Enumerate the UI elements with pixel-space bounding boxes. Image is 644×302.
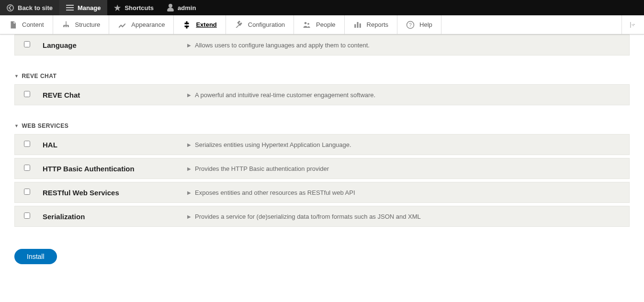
svg-point-0 xyxy=(305,22,307,24)
module-description: A powerful and intuitive real-time custo… xyxy=(195,91,375,99)
content-icon xyxy=(9,21,17,29)
module-description-toggle[interactable]: ▶ Exposes entities and other resources a… xyxy=(187,189,629,196)
menu-reports[interactable]: Reports xyxy=(345,15,398,34)
module-row: HAL ▶ Serializes entities using Hypertex… xyxy=(14,134,630,155)
module-row: HTTP Basic Authentication ▶ Provides the… xyxy=(14,158,630,179)
module-name: HTTP Basic Authentication xyxy=(39,165,187,173)
module-description-toggle[interactable]: ▶ Provides the HTTP Basic authentication… xyxy=(187,165,629,172)
menu-appearance-label: Appearance xyxy=(131,21,165,28)
admin-user-button[interactable]: admin xyxy=(160,0,203,15)
menu-structure-label: Structure xyxy=(75,21,101,28)
module-description-toggle[interactable]: ▶ Allows users to configure languages an… xyxy=(187,42,629,49)
svg-rect-7 xyxy=(630,22,631,28)
manage-button[interactable]: Manage xyxy=(59,0,107,15)
caret-right-icon: ▶ xyxy=(187,214,191,219)
module-name: Serialization xyxy=(39,213,187,221)
module-description-toggle[interactable]: ▶ Provides a service for (de)serializing… xyxy=(187,213,629,220)
svg-text:?: ? xyxy=(409,22,412,27)
module-checkbox-reve-chat[interactable] xyxy=(24,91,30,97)
module-description: Serializes entities using Hypertext Appl… xyxy=(195,141,351,148)
caret-right-icon: ▶ xyxy=(187,190,191,195)
structure-icon xyxy=(62,21,70,29)
module-description: Provides a service for (de)serializing d… xyxy=(195,213,421,220)
menu-people[interactable]: People xyxy=(294,15,344,34)
shortcuts-button[interactable]: ★ Shortcuts xyxy=(107,0,160,15)
module-row: REVE Chat ▶ A powerful and intuitive rea… xyxy=(14,84,630,105)
admin-menu: Content Structure Appearance Extend Conf… xyxy=(0,15,644,34)
svg-point-1 xyxy=(307,22,309,24)
manage-label: Manage xyxy=(78,4,101,11)
caret-down-icon: ▼ xyxy=(14,123,19,128)
svg-rect-2 xyxy=(354,24,356,28)
toolbar-orientation-toggle[interactable] xyxy=(621,15,644,34)
module-description: Provides the HTTP Basic authentication p… xyxy=(195,165,329,172)
menu-help[interactable]: ? Help xyxy=(397,15,441,34)
menu-people-label: People xyxy=(316,21,335,28)
module-name: HAL xyxy=(39,141,187,149)
module-description: Allows users to configure languages and … xyxy=(195,42,370,49)
menu-appearance[interactable]: Appearance xyxy=(109,15,174,34)
arrow-right-icon xyxy=(629,21,637,29)
module-checkbox-language[interactable] xyxy=(24,41,30,47)
back-label: Back to site xyxy=(18,4,53,11)
caret-right-icon: ▶ xyxy=(187,92,191,98)
module-description-toggle[interactable]: ▶ A powerful and intuitive real-time cus… xyxy=(187,91,629,99)
section-title: REVE CHAT xyxy=(22,73,56,79)
appearance-icon xyxy=(118,21,126,29)
star-icon: ★ xyxy=(114,3,121,12)
person-icon xyxy=(167,4,174,11)
caret-right-icon: ▶ xyxy=(187,142,191,147)
module-row: Serialization ▶ Provides a service for (… xyxy=(14,206,630,227)
section-header-reve-chat[interactable]: ▼ REVE CHAT xyxy=(14,73,630,79)
caret-right-icon: ▶ xyxy=(187,43,191,48)
menu-content-label: Content xyxy=(22,21,44,28)
menu-extend[interactable]: Extend xyxy=(174,15,226,34)
page-content: Language ▶ Allows users to configure lan… xyxy=(0,34,644,279)
svg-rect-4 xyxy=(359,23,361,28)
menu-extend-label: Extend xyxy=(196,21,216,28)
menu-configuration-label: Configuration xyxy=(248,21,285,28)
menu-icon xyxy=(66,5,74,11)
module-checkbox-serialization[interactable] xyxy=(24,213,30,219)
module-row: Language ▶ Allows users to configure lan… xyxy=(14,34,630,56)
module-description-toggle[interactable]: ▶ Serializes entities using Hypertext Ap… xyxy=(187,141,629,148)
install-button[interactable]: Install xyxy=(14,249,57,264)
menu-configuration[interactable]: Configuration xyxy=(226,15,294,34)
back-icon xyxy=(7,4,14,11)
section-title: WEB SERVICES xyxy=(22,123,68,129)
module-name: Language xyxy=(39,41,187,49)
admin-label: admin xyxy=(178,4,196,11)
module-checkbox-restful[interactable] xyxy=(24,189,30,195)
module-name: REVE Chat xyxy=(39,91,187,99)
back-to-site-button[interactable]: Back to site xyxy=(0,0,59,15)
svg-rect-3 xyxy=(357,22,358,28)
people-icon xyxy=(303,21,311,29)
caret-right-icon: ▶ xyxy=(187,166,191,171)
module-description: Exposes entities and other resources as … xyxy=(195,189,355,196)
menu-structure[interactable]: Structure xyxy=(53,15,110,34)
section-header-web-services[interactable]: ▼ WEB SERVICES xyxy=(14,123,630,129)
shortcuts-label: Shortcuts xyxy=(124,4,154,11)
menu-help-label: Help xyxy=(419,21,432,28)
help-icon: ? xyxy=(406,21,415,29)
reports-icon xyxy=(353,21,362,29)
toolbar-top: Back to site Manage ★ Shortcuts admin xyxy=(0,0,644,15)
extend-icon xyxy=(182,21,191,29)
module-checkbox-http-basic-auth[interactable] xyxy=(24,165,30,171)
menu-content[interactable]: Content xyxy=(0,15,53,34)
configuration-icon xyxy=(235,21,243,29)
module-name: RESTful Web Services xyxy=(39,189,187,197)
menu-reports-label: Reports xyxy=(367,21,389,28)
module-checkbox-hal[interactable] xyxy=(24,141,30,147)
module-row: RESTful Web Services ▶ Exposes entities … xyxy=(14,182,630,203)
caret-down-icon: ▼ xyxy=(14,74,19,78)
